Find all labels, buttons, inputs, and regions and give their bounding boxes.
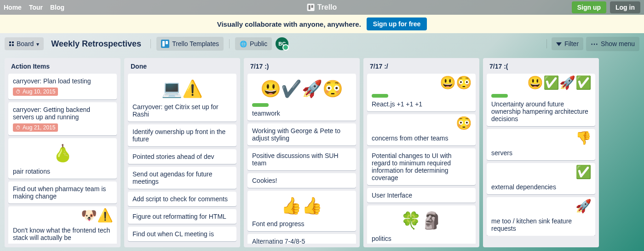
card[interactable]: 💻⚠️Carryover: get Citrix set up for Rash… xyxy=(128,74,236,122)
card-text: carryover: Plan load testing xyxy=(13,77,112,85)
card-stickers: 🐶⚠️ xyxy=(81,209,113,222)
card[interactable]: Working with George & Pete to adjust sty… xyxy=(247,123,356,146)
card[interactable]: 😃😳React.js +1 +1 +1 xyxy=(367,74,476,111)
card[interactable]: Figure out reformatting for HTML xyxy=(128,209,236,224)
card-text: carryover: Getting backend servers up an… xyxy=(13,106,112,121)
card[interactable]: 😃✅🚀✅Uncertainty around future ownership … xyxy=(487,74,595,126)
menu-label: Show menu xyxy=(601,40,635,47)
card-text: Send out agendas for future meetings xyxy=(132,170,232,185)
card[interactable]: 👍👍Font end progress xyxy=(247,191,356,231)
card-text: Don't know what the frontend tech stack … xyxy=(13,227,112,241)
list-title[interactable]: 7/17 :( xyxy=(487,62,595,74)
globe-icon xyxy=(240,40,247,47)
card-text: servers xyxy=(491,149,591,157)
list-title[interactable]: 7/17 :/ xyxy=(367,62,476,74)
signup-button[interactable]: Sign up xyxy=(572,1,606,13)
card-text: teamwork xyxy=(252,110,351,117)
board-icon xyxy=(9,41,14,46)
view-switcher[interactable]: Board xyxy=(5,37,44,50)
list-cards: 💻⚠️Carryover: get Citrix set up for Rash… xyxy=(128,74,236,244)
card-stickers: 💻⚠️ xyxy=(132,77,232,100)
card-text: Alternating 7-4/8-5 xyxy=(252,238,351,244)
card[interactable]: carryover: Getting backend servers up an… xyxy=(8,102,117,135)
login-button[interactable]: Log in xyxy=(610,1,640,13)
card[interactable]: Find out when pharmacy team is making ch… xyxy=(8,181,117,204)
clock-icon xyxy=(16,124,21,131)
card[interactable]: Identify ownership up front in the futur… xyxy=(128,124,236,146)
dots-icon xyxy=(591,40,598,48)
card[interactable]: 😳concerns from other teams xyxy=(367,114,476,146)
list-cards: carryover: Plan load testingAug 10, 2015… xyxy=(8,74,117,244)
card-text: Working with George & Pete to adjust sty… xyxy=(252,127,351,142)
card-text: Add script to check for comments xyxy=(132,195,232,203)
divider xyxy=(229,39,230,48)
chevron-down-icon xyxy=(36,40,39,47)
card[interactable]: Add script to check for comments xyxy=(128,192,236,206)
card[interactable]: 🚀me too / kitchen sink feature requests xyxy=(487,197,595,236)
card[interactable]: 🐶⚠️Don't know what the frontend tech sta… xyxy=(8,206,117,244)
card-text: Pointed stories ahead of dev xyxy=(132,153,232,160)
card[interactable]: 🍐pair rotations xyxy=(8,138,117,179)
card-text: external dependencies xyxy=(491,183,591,191)
card[interactable]: Find out when CL meeting is xyxy=(128,227,236,241)
list: Done💻⚠️Carryover: get Citrix set up for … xyxy=(124,58,240,247)
boardbar-right: Filter Show menu xyxy=(545,37,639,51)
card-stickers: 🚀 xyxy=(575,200,592,213)
card-label[interactable] xyxy=(491,94,508,98)
card[interactable]: Pointed stories ahead of dev xyxy=(128,149,236,164)
nav-tour[interactable]: Tour xyxy=(29,4,43,11)
card-stickers: 😃✔️🚀😳 xyxy=(252,77,351,100)
templates-button[interactable]: Trello Templates xyxy=(156,37,224,51)
card-stickers: 😳 xyxy=(456,117,472,130)
list-cards: 😃😳React.js +1 +1 +1😳concerns from other … xyxy=(367,74,476,244)
card[interactable]: carryover: Plan load testingAug 10, 2015 xyxy=(8,74,117,99)
avatar[interactable]: BC xyxy=(276,37,288,50)
card-text: Figure out reformatting for HTML xyxy=(132,213,232,220)
nav-blog[interactable]: Blog xyxy=(50,4,64,11)
view-label: Board xyxy=(17,40,34,47)
card-label[interactable] xyxy=(252,103,269,107)
card[interactable]: Send out agendas for future meetings xyxy=(128,167,236,189)
card-stickers: 👎 xyxy=(575,132,592,145)
card-text: Find out when CL meeting is xyxy=(132,230,232,238)
topbar-nav: Home Tour Blog xyxy=(4,4,64,11)
card-text: User Interface xyxy=(372,192,471,199)
card[interactable]: User Interface xyxy=(367,188,476,203)
divider xyxy=(150,39,151,48)
due-date-badge[interactable]: Aug 21, 2015 xyxy=(13,123,58,132)
list-title[interactable]: Action Items xyxy=(8,62,117,74)
card-text: Positive discussions with SUH team xyxy=(252,152,351,167)
promo-banner: Visually collaborate with anyone, anywhe… xyxy=(0,15,644,33)
card[interactable]: 😃✔️🚀😳teamwork xyxy=(247,74,356,121)
list-cards: 😃✅🚀✅Uncertainty around future ownership … xyxy=(487,74,595,236)
list: Action Itemscarryover: Plan load testing… xyxy=(5,58,121,247)
card[interactable]: 🍀🗿politics xyxy=(367,205,476,244)
list-title[interactable]: 7/17 :) xyxy=(247,62,356,74)
board-canvas[interactable]: Action Itemscarryover: Plan load testing… xyxy=(0,54,644,251)
filter-button[interactable]: Filter xyxy=(552,37,583,50)
nav-home[interactable]: Home xyxy=(4,4,22,11)
card-text: Cookies! xyxy=(252,177,351,184)
card-text: Identify ownership up front in the futur… xyxy=(132,128,232,143)
board-title[interactable]: Weekly Retrospectives xyxy=(47,39,145,49)
card[interactable]: Positive discussions with SUH team xyxy=(247,148,356,170)
banner-cta-button[interactable]: Sign up for free xyxy=(367,18,427,30)
banner-text: Visually collaborate with anyone, anywhe… xyxy=(217,20,361,28)
card-text: Carryover: get Citrix set up for Rashi xyxy=(132,103,232,118)
visibility-button[interactable]: Public xyxy=(235,37,272,50)
show-menu-button[interactable]: Show menu xyxy=(586,37,639,51)
card[interactable]: ✅external dependencies xyxy=(487,163,595,194)
card-text: Potential changes to UI with regard to m… xyxy=(372,152,471,181)
visibility-label: Public xyxy=(250,40,267,47)
card[interactable]: Alternating 7-4/8-5 xyxy=(247,234,356,244)
due-date-text: Aug 21, 2015 xyxy=(23,124,55,131)
card-label[interactable] xyxy=(372,94,388,98)
card[interactable]: Cookies! xyxy=(247,173,356,188)
list-title[interactable]: Done xyxy=(128,62,236,74)
card[interactable]: 👎servers xyxy=(487,129,595,160)
card-text: me too / kitchen sink feature requests xyxy=(491,217,591,232)
card[interactable]: Potential changes to UI with regard to m… xyxy=(367,148,476,185)
divider xyxy=(546,39,547,48)
due-date-badge[interactable]: Aug 10, 2015 xyxy=(13,88,58,96)
filter-label: Filter xyxy=(564,40,579,47)
